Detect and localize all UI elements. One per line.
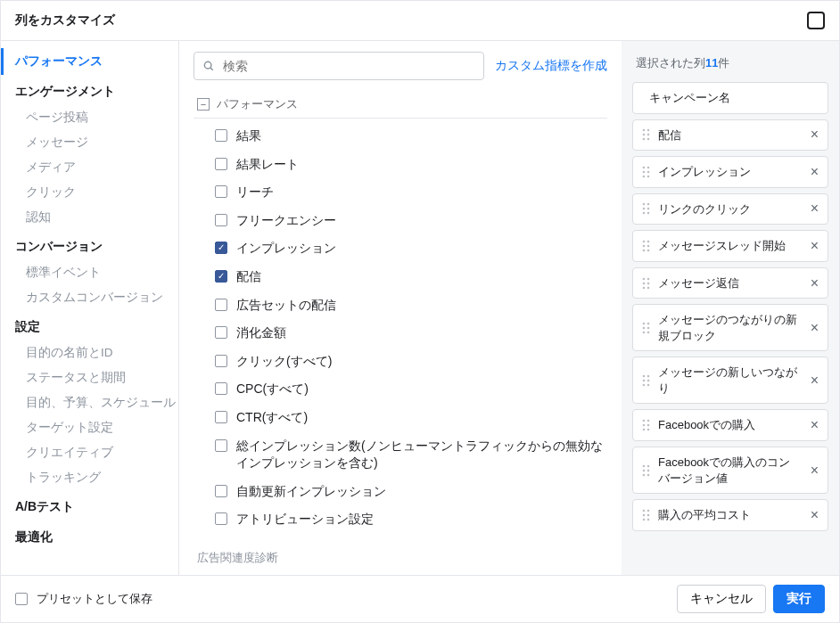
svg-point-46 xyxy=(643,424,646,427)
metric-row[interactable]: 総インプレッション数(ノンヒューマントラフィックからの無効なインプレッションを含… xyxy=(194,432,607,478)
metric-checkbox[interactable] xyxy=(215,299,227,311)
metric-row[interactable]: クリック(すべて) xyxy=(194,348,607,376)
collapse-icon[interactable]: − xyxy=(197,98,210,111)
selected-column-card[interactable]: メッセージのつながりの新規ブロック× xyxy=(632,304,828,351)
metric-checkbox[interactable] xyxy=(215,326,227,339)
metric-row[interactable]: 自動更新インプレッション xyxy=(194,478,607,506)
drag-handle-icon[interactable] xyxy=(642,276,651,291)
metric-checkbox[interactable] xyxy=(215,485,227,497)
metric-row[interactable]: インプレッション xyxy=(194,234,607,263)
selected-column-card[interactable]: メッセージの新しいつながり× xyxy=(632,357,828,404)
metric-checkbox[interactable] xyxy=(215,158,227,170)
remove-column-icon[interactable]: × xyxy=(809,418,820,432)
sidebar-item[interactable]: 目的、予算、スケジュール xyxy=(1,390,178,415)
metric-row[interactable]: 結果レート xyxy=(194,151,607,179)
metric-checkbox[interactable] xyxy=(215,355,227,367)
selected-column-card[interactable]: メッセージスレッド開始× xyxy=(632,230,828,262)
remove-column-icon[interactable]: × xyxy=(809,165,820,179)
save-preset-checkbox[interactable] xyxy=(15,593,28,605)
remove-column-icon[interactable]: × xyxy=(809,201,820,216)
metric-label: 結果 xyxy=(236,127,261,145)
sidebar-item[interactable]: トラッキング xyxy=(1,465,178,490)
drag-handle-icon[interactable] xyxy=(642,463,651,478)
sidebar-heading[interactable]: コンバージョン xyxy=(1,234,178,260)
metric-row[interactable]: リーチ xyxy=(194,178,607,207)
sidebar-heading[interactable]: パフォーマンス xyxy=(1,48,178,75)
sidebar-heading[interactable]: エンゲージメント xyxy=(1,78,178,105)
sidebar-item[interactable]: 標準イベント xyxy=(1,260,178,285)
metric-checkbox[interactable] xyxy=(215,185,227,198)
remove-column-icon[interactable]: × xyxy=(809,373,820,388)
drag-handle-icon[interactable] xyxy=(642,418,651,432)
remove-column-icon[interactable]: × xyxy=(809,239,820,253)
sidebar-item[interactable]: 目的の名前とID xyxy=(1,340,178,365)
selected-column-card[interactable]: メッセージ返信× xyxy=(632,267,828,299)
metric-checkbox[interactable] xyxy=(215,242,227,254)
search-input[interactable] xyxy=(194,52,484,80)
selected-column-card[interactable]: 配信× xyxy=(632,119,828,152)
sidebar-item[interactable]: ページ投稿 xyxy=(1,105,178,130)
sidebar-item[interactable]: メディア xyxy=(1,155,178,180)
drag-handle-icon[interactable] xyxy=(642,373,651,388)
selected-column-card[interactable]: 購入の平均コスト× xyxy=(632,499,828,531)
metric-group-header: 広告関連度診断 xyxy=(194,545,607,571)
selected-column-label: リンクのクリック xyxy=(658,201,802,217)
selected-column-card[interactable]: Facebookでの購入のコンバージョン値× xyxy=(632,447,828,494)
sidebar-item[interactable]: カスタムコンバージョン xyxy=(1,285,178,310)
metric-row[interactable]: 配信 xyxy=(194,263,607,291)
metric-row[interactable]: CTR(すべて) xyxy=(194,404,607,432)
metric-checkbox[interactable] xyxy=(215,439,227,452)
sidebar-item[interactable]: クリエイティブ xyxy=(1,440,178,465)
metrics-list[interactable]: −パフォーマンス結果結果レートリーチフリークエンシーインプレッション配信広告セッ… xyxy=(179,91,622,575)
metric-row[interactable]: 結果 xyxy=(194,122,607,151)
sidebar-heading[interactable]: 最適化 xyxy=(1,524,178,551)
selected-column-card[interactable]: インプレッション× xyxy=(632,156,828,188)
metric-checkbox[interactable] xyxy=(215,214,227,226)
create-custom-metric-link[interactable]: カスタム指標を作成 xyxy=(495,58,607,74)
svg-point-45 xyxy=(647,420,650,422)
svg-point-2 xyxy=(643,129,646,132)
metric-label: リーチ xyxy=(236,184,274,201)
metric-row[interactable]: 広告セットの配信 xyxy=(194,291,607,320)
close-icon[interactable] xyxy=(807,12,825,29)
metric-row[interactable]: アトリビューション設定 xyxy=(194,505,607,534)
metric-checkbox[interactable] xyxy=(215,382,227,395)
remove-column-icon[interactable]: × xyxy=(809,508,820,522)
sidebar-item[interactable]: クリック xyxy=(1,180,178,205)
apply-button[interactable]: 実行 xyxy=(773,585,825,613)
selected-column-card[interactable]: リンクのクリック× xyxy=(632,193,828,225)
drag-handle-icon[interactable] xyxy=(642,127,651,142)
drag-handle-icon[interactable] xyxy=(642,239,651,253)
metric-row[interactable]: 消化金額 xyxy=(194,319,607,348)
metric-checkbox[interactable] xyxy=(215,411,227,423)
sidebar-item[interactable]: 認知 xyxy=(1,205,178,230)
selected-column-card[interactable]: キャンペーン名 xyxy=(632,82,828,114)
metric-label: インプレッション xyxy=(236,240,336,258)
svg-point-15 xyxy=(647,203,650,206)
drag-handle-icon[interactable] xyxy=(642,321,651,335)
metric-label: 総インプレッション数(ノンヒューマントラフィックからの無効なインプレッションを含… xyxy=(236,438,604,472)
metric-row[interactable]: CPC(すべて) xyxy=(194,375,607,404)
sidebar-item[interactable]: ターゲット設定 xyxy=(1,415,178,440)
metric-label: 消化金額 xyxy=(236,324,286,342)
remove-column-icon[interactable]: × xyxy=(809,321,820,335)
drag-handle-icon[interactable] xyxy=(642,508,651,522)
metric-checkbox[interactable] xyxy=(215,129,227,142)
metric-label: クリック(すべて) xyxy=(236,353,332,371)
cancel-button[interactable]: キャンセル xyxy=(677,585,766,613)
sidebar-item[interactable]: メッセージ xyxy=(1,130,178,155)
remove-column-icon[interactable]: × xyxy=(809,276,820,291)
drag-handle-icon[interactable] xyxy=(642,165,651,179)
remove-column-icon[interactable]: × xyxy=(809,127,820,142)
sidebar-heading[interactable]: A/Bテスト xyxy=(1,494,178,521)
sidebar-item[interactable]: ステータスと期間 xyxy=(1,365,178,390)
remove-column-icon[interactable]: × xyxy=(809,463,820,478)
modal-body: パフォーマンスエンゲージメントページ投稿メッセージメディアクリック認知コンバージ… xyxy=(1,41,839,575)
sidebar-heading[interactable]: 設定 xyxy=(1,314,178,340)
metric-row[interactable]: フリークエンシー xyxy=(194,207,607,235)
drag-handle-icon[interactable] xyxy=(642,201,651,216)
metric-checkbox[interactable] xyxy=(215,270,227,283)
metric-checkbox[interactable] xyxy=(215,512,227,525)
svg-point-19 xyxy=(647,212,650,215)
selected-column-card[interactable]: Facebookでの購入× xyxy=(632,409,828,441)
